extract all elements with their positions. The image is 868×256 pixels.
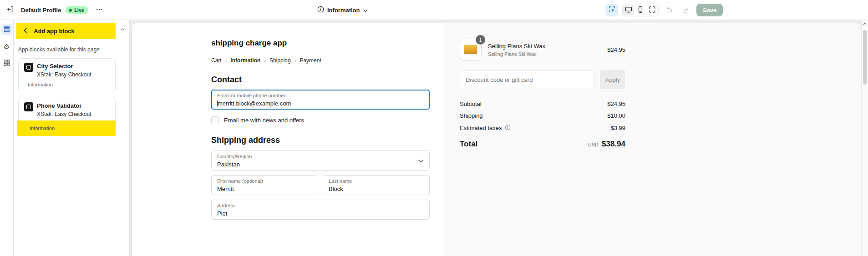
info-icon — [317, 6, 324, 15]
breadcrumb-cart-link[interactable]: Cart — [211, 57, 222, 64]
add-app-block-panel: Add app block App blocks available for t… — [14, 20, 130, 256]
discount-row: Apply — [460, 70, 625, 89]
product-name: Selling Plans Ski Wax — [488, 43, 545, 50]
subtotal-value: $24.95 — [607, 101, 625, 107]
mobile-view-button[interactable] — [635, 5, 646, 15]
breadcrumb-information: Information — [230, 57, 260, 64]
app-block-head: Phone Validator XStak: Easy Checkout — [24, 102, 110, 117]
save-button[interactable]: Save — [696, 4, 723, 16]
inspector-toggle-button[interactable] — [605, 4, 618, 16]
redo-button[interactable] — [680, 4, 692, 16]
quantity-badge: 1 — [476, 35, 485, 45]
first-name-field[interactable]: First name (optional) Merritt — [211, 175, 318, 195]
rail-settings-button[interactable]: ⚙ — [1, 41, 12, 52]
cart-line-item: 1 Selling Plans Ski Wax Selling Plans Sk… — [460, 39, 625, 60]
drop-target-highlight[interactable]: Information — [17, 120, 116, 136]
first-name-value: Merritt — [217, 186, 234, 192]
panel-header[interactable]: Add app block — [16, 23, 116, 39]
app-block-head: City Selector XStak: Easy Checkout — [24, 63, 110, 78]
product-image — [464, 45, 477, 54]
checkout-preview: shipping charge app Cart › Information ›… — [132, 23, 861, 256]
breadcrumb-shipping: Shipping — [269, 57, 291, 64]
live-dot-icon — [69, 9, 72, 12]
back-button[interactable] — [20, 26, 30, 35]
shipping-value: $10.00 — [607, 113, 625, 119]
chevron-right-icon: › — [294, 58, 296, 63]
live-badge-label: Live — [74, 7, 84, 13]
total-amount: $38.94 — [602, 140, 625, 149]
subtotal-label: Subtotal — [460, 101, 482, 107]
country-select-label: Country/Region — [217, 154, 424, 160]
exit-icon — [6, 5, 14, 15]
first-name-label: First name (optional) — [217, 178, 312, 184]
marketing-checkbox-label: Email me with news and offers — [224, 117, 304, 124]
panel-scroll-up-icon[interactable] — [121, 24, 124, 32]
app-block-name: Phone Validator — [37, 102, 91, 109]
checkout-form-column: shipping charge app Cart › Information ›… — [132, 23, 444, 256]
email-field-value: merritt.block@example.com — [218, 100, 291, 107]
taxes-value: $3.99 — [610, 125, 625, 131]
address-label: Address — [217, 203, 424, 209]
taxes-info-icon[interactable] — [505, 125, 511, 131]
app-block-logo-icon — [24, 63, 33, 72]
marketing-checkbox[interactable] — [211, 116, 219, 124]
more-options-button[interactable] — [93, 4, 106, 16]
breadcrumb: Cart › Information › Shipping › Payment — [211, 57, 430, 64]
chevron-left-icon — [23, 28, 27, 35]
chevron-right-icon: › — [264, 58, 266, 63]
app-block-vendor: XStak: Easy Checkout — [37, 71, 91, 78]
app-block-vendor: XStak: Easy Checkout — [37, 111, 91, 117]
redo-icon — [683, 7, 690, 14]
apply-discount-button[interactable]: Apply — [600, 70, 625, 89]
topbar: Default Profile Live Information — [0, 0, 868, 20]
fullscreen-view-button[interactable] — [647, 5, 658, 15]
discount-code-input[interactable] — [460, 70, 594, 89]
live-status-badge: Live — [66, 6, 88, 14]
total-label: Total — [460, 140, 477, 149]
scroll-up-arrow-icon[interactable] — [862, 20, 868, 25]
desktop-view-button[interactable] — [623, 5, 634, 15]
panel-subtitle: App blocks available for this page — [18, 46, 116, 53]
taxes-row: Estimated taxes $3.99 — [460, 125, 625, 131]
shop-title: shipping charge app — [211, 39, 430, 48]
app-block-city-selector[interactable]: City Selector XStak: Easy Checkout Infor… — [18, 58, 116, 92]
horizontal-dots-icon — [96, 6, 103, 15]
panel-title: Add app block — [34, 28, 75, 35]
page-selector-label: Information — [327, 7, 360, 14]
address-field[interactable]: Address Plot — [211, 200, 430, 220]
apps-grid-icon — [3, 59, 10, 68]
last-name-value: Block — [329, 186, 343, 192]
country-select[interactable]: Country/Region Pakistan — [211, 151, 430, 171]
viewport-switcher — [622, 4, 659, 16]
chevron-down-icon — [363, 6, 367, 14]
breadcrumb-payment: Payment — [299, 57, 321, 64]
email-field[interactable]: Email or mobile phone number merritt.blo… — [211, 90, 430, 110]
last-name-label: Last name — [329, 178, 424, 184]
total-currency: USD — [588, 142, 599, 147]
shipping-address-heading: Shipping address — [211, 136, 430, 145]
contact-heading: Contact — [211, 75, 430, 85]
rail-sections-button[interactable] — [1, 24, 12, 35]
app-block-logo-icon — [24, 102, 33, 111]
exit-editor-button[interactable] — [4, 4, 16, 16]
name-fields-row: First name (optional) Merritt Last name … — [211, 175, 430, 195]
editor-rail: ⚙ — [0, 20, 14, 256]
scrollbar-thumb[interactable] — [863, 30, 867, 85]
taxes-label: Estimated taxes — [460, 125, 502, 131]
undo-button[interactable] — [663, 4, 675, 16]
vertical-scrollbar[interactable] — [861, 20, 868, 256]
gear-icon: ⚙ — [4, 43, 10, 50]
app-block-location: Information — [30, 125, 55, 131]
country-select-value: Pakistan — [217, 161, 240, 168]
product-variant: Selling Plans Ski Wax — [488, 51, 545, 57]
shipping-label: Shipping — [460, 113, 483, 119]
chevron-right-icon: › — [225, 58, 227, 63]
sections-icon — [3, 25, 10, 34]
desktop-icon — [625, 6, 632, 15]
mobile-icon — [637, 6, 644, 15]
app-block-phone-validator[interactable]: Phone Validator XStak: Easy Checkout Inf… — [18, 98, 116, 136]
product-thumbnail: 1 — [460, 39, 482, 60]
page-selector-dropdown[interactable]: Information — [317, 0, 367, 20]
last-name-field[interactable]: Last name Block — [323, 175, 430, 195]
rail-apps-button[interactable] — [1, 58, 12, 69]
